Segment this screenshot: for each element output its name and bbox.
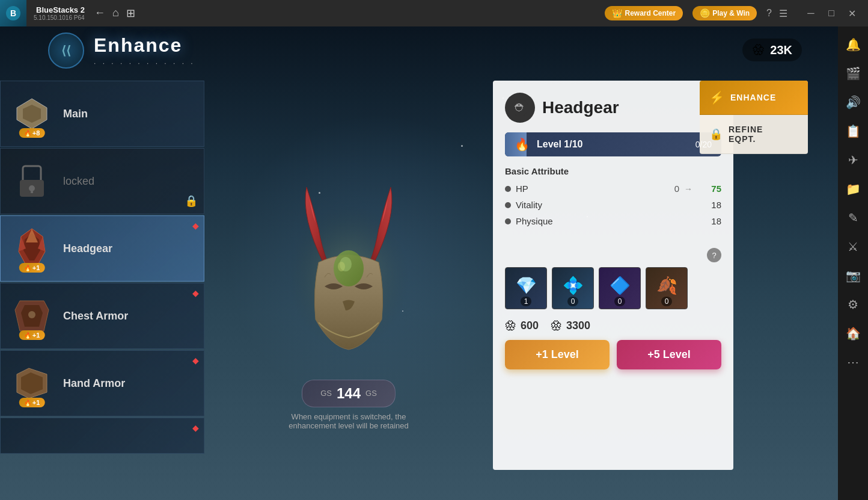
svg-point-21 [338, 262, 345, 271]
headgear-level-badge: +1 [19, 263, 45, 273]
main-level-badge: +8 [19, 128, 45, 138]
gem-count-4: 0 [661, 297, 673, 306]
equip-thumb-locked [8, 157, 56, 205]
item-icon: ⛑ [505, 93, 535, 123]
minimize-button[interactable]: ─ [802, 4, 820, 22]
home-nav-icon[interactable]: ⌂ [112, 7, 119, 20]
back-button[interactable] [48, 32, 84, 69]
svg-rect-7 [31, 188, 33, 193]
enhance-icon: ⚡ [709, 90, 724, 105]
gem-icon-3: 🔷 [610, 276, 631, 295]
cost-icon-1: 🏵 [505, 319, 517, 333]
equip-thumb-hand: +1 [8, 359, 56, 407]
play-win-button[interactable]: Play & Win [692, 6, 757, 20]
side-btn-folder[interactable]: 📁 [840, 176, 866, 202]
currency-icon: 🏵 [752, 42, 765, 58]
right-nav-panel: ⚡ Enhance 🔒 RefineEqpt. [700, 81, 808, 154]
title-decoration: · · · · · · · · · · · · [94, 59, 195, 67]
attr-name-hp: HP [516, 184, 670, 194]
enhance-label: Enhance [730, 93, 776, 102]
attr-arrow-hp: → [684, 184, 692, 194]
partial-marker: ◆ [192, 423, 199, 433]
side-btn-video[interactable]: 🎬 [840, 60, 866, 87]
gem-slot-4[interactable]: 🍂 0 [646, 267, 688, 309]
help-button[interactable]: ? [707, 248, 721, 262]
side-btn-rpg[interactable]: ⚔ [840, 233, 866, 260]
switch-notice: When equipment is switched, theenhanceme… [289, 412, 408, 430]
equip-item-locked[interactable]: locked 🔒 [0, 148, 204, 214]
cost-item-1: 🏵 600 [505, 319, 539, 333]
side-btn-gear[interactable]: ⚙ [840, 291, 866, 318]
side-btn-home[interactable]: 🏠 [840, 320, 866, 347]
equip-name-main: Main [63, 108, 88, 120]
nav-item-refine[interactable]: 🔒 RefineEqpt. [700, 115, 808, 154]
plus1-button[interactable]: +1 Level [505, 340, 610, 369]
gem-icon-4: 🍂 [656, 276, 677, 295]
svg-point-15 [28, 311, 35, 318]
cost-amount-1: 600 [521, 319, 539, 332]
window-controls: ─ □ ✕ [802, 4, 861, 22]
close-button[interactable]: ✕ [843, 4, 861, 22]
windows-nav-icon[interactable]: ⊞ [126, 7, 135, 20]
play-win-label: Play & Win [712, 9, 750, 17]
attr-name-physique: Physique [516, 216, 692, 226]
reward-label: Reward Center [625, 9, 676, 17]
equip-list: +8 Main locked 🔒 ◆ [0, 81, 204, 500]
equip-name-headgear: Headgear [63, 242, 112, 255]
attr-new-hp: 75 [697, 184, 721, 194]
item-name: Headgear [542, 98, 619, 117]
side-btn-more[interactable]: ⋯ [840, 349, 866, 375]
item-display: GS 144 GS When equipment is switched, th… [204, 81, 493, 500]
titlebar-nav[interactable]: ← ⌂ ⊞ [94, 7, 135, 20]
hand-marker: ◆ [192, 356, 199, 365]
equip-item-hand[interactable]: ◆ +1 Hand Armor [0, 350, 204, 416]
svg-text:⛑: ⛑ [515, 102, 525, 114]
equip-item-main[interactable]: +8 Main [0, 81, 204, 147]
gs-display: GS 144 GS [302, 380, 396, 407]
gem-slots: 💎 1 💠 0 🔷 0 🍂 0 [505, 267, 721, 309]
equip-item-partial[interactable]: ◆ [0, 418, 204, 454]
side-btn-sound[interactable]: 🔊 [840, 89, 866, 116]
side-btn-bell[interactable]: 🔔 [840, 31, 866, 58]
app-logo: B [0, 0, 26, 26]
level-icon: 🔥 [515, 137, 530, 152]
side-btn-airplane[interactable]: ✈ [840, 147, 866, 173]
gem-slot-2[interactable]: 💠 0 [552, 267, 594, 309]
equip-name-chest: Chest Armor [63, 310, 128, 323]
gem-count-3: 0 [614, 297, 626, 306]
plus5-button[interactable]: +5 Level [617, 340, 721, 369]
chest-marker: ◆ [192, 288, 199, 298]
attr-val-vitality: 18 [697, 200, 721, 210]
reward-center-button[interactable]: Reward Center [605, 6, 683, 20]
game-area: Enhance · · · · · · · · · · · · 🏵 23K +8… [0, 26, 838, 500]
equip-item-chest[interactable]: ◆ +1 Chest Armor [0, 283, 204, 349]
attr-old-hp: 0 [674, 184, 679, 194]
gem-slot-1[interactable]: 💎 1 [505, 267, 547, 309]
game-header: Enhance · · · · · · · · · · · · [48, 32, 195, 69]
attr-row-vitality: Vitality 18 [505, 200, 721, 210]
side-btn-camera[interactable]: 📷 [840, 262, 866, 289]
app-name: BlueStacks 2 [36, 5, 85, 14]
lock-icon: 🔒 [185, 194, 198, 208]
maximize-button[interactable]: □ [822, 4, 840, 22]
gs-label: GS [320, 389, 332, 398]
page-title: Enhance [94, 34, 195, 57]
back-nav-icon[interactable]: ← [94, 7, 105, 20]
level-bar: 🔥 Level 1/10 0/20 [505, 132, 721, 156]
level-text: Level 1/10 [537, 139, 583, 150]
side-btn-edit[interactable]: ✎ [840, 205, 866, 231]
cost-row: 🏵 600 🏵 3300 [505, 319, 721, 333]
item-3d-view [258, 151, 439, 380]
gem-count-1: 1 [521, 297, 532, 306]
gem-icon-2: 💠 [563, 276, 584, 295]
nav-item-enhance[interactable]: ⚡ Enhance [700, 81, 808, 115]
menu-icon[interactable]: ☰ [779, 8, 787, 19]
equip-item-headgear[interactable]: ◆ +1 Headgear [0, 215, 204, 282]
side-btn-screen[interactable]: 📋 [840, 118, 866, 144]
titlebar-right: Reward Center Play & Win ? ☰ ─ □ ✕ [605, 4, 861, 22]
gem-slot-3[interactable]: 🔷 0 [599, 267, 641, 309]
equip-thumb-headgear: +1 [8, 224, 56, 273]
help-icon[interactable]: ? [766, 8, 772, 19]
gs-unit: GS [365, 389, 377, 398]
currency-display: 🏵 23K [742, 39, 802, 61]
